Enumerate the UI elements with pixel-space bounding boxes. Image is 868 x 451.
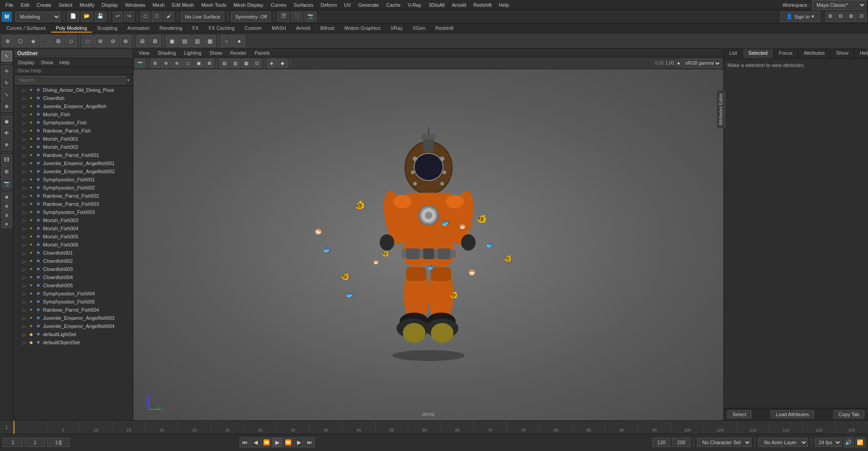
search-input[interactable]	[15, 76, 126, 84]
vp-icon-shading2[interactable]: ◆	[278, 59, 288, 68]
tab-redshift[interactable]: Redshift	[431, 24, 458, 33]
attributes-editor-label[interactable]: Attributes Editor	[717, 90, 725, 128]
next-frame-btn[interactable]: ▶	[294, 437, 304, 447]
tab-xgen[interactable]: XGen	[408, 24, 430, 33]
shelf-icon-6[interactable]: ◇	[65, 35, 77, 47]
menu-uv[interactable]: UV	[340, 1, 354, 9]
shelf-icon-18[interactable]: ○	[221, 35, 232, 47]
loop-btn[interactable]: 🔁	[855, 437, 865, 447]
total-end-input[interactable]	[672, 438, 690, 447]
tab-fx[interactable]: FX	[188, 24, 203, 33]
vp-icon-8[interactable]: ▦	[241, 59, 251, 68]
outliner-item[interactable]: ▷✦❋Morish_Fish003	[14, 216, 133, 224]
timeline-playhead[interactable]	[14, 421, 14, 434]
panel-icon-2[interactable]: ⊟	[836, 12, 845, 22]
save-btn[interactable]: 💾	[94, 12, 106, 22]
play-btn[interactable]: ▶	[272, 437, 282, 447]
go-to-end-btn[interactable]: ⏭	[305, 437, 315, 447]
freeze-tool[interactable]: ❄	[1, 139, 12, 150]
shelf-icon-4[interactable]: ⬛	[40, 35, 52, 47]
rotate-tool[interactable]: ↻	[1, 77, 12, 88]
shelf-icon-15[interactable]: ▤	[179, 35, 190, 47]
tab-animation[interactable]: Animation	[123, 24, 154, 33]
shelf-select-icon[interactable]: □	[82, 35, 94, 47]
shelf-icon-17[interactable]: ▦	[204, 35, 216, 47]
shelf-snap-icon[interactable]: ⊕	[2, 35, 14, 47]
vp-icon-camera[interactable]: 📷	[135, 59, 145, 68]
shelf-icon-3[interactable]: ◈	[27, 35, 39, 47]
vp-panels-menu[interactable]: Panels	[251, 50, 274, 56]
copy-tab-btn[interactable]: Copy Tab	[834, 410, 864, 418]
start-frame-input[interactable]	[25, 438, 45, 447]
outliner-item[interactable]: ▷✦❋Juvenile_Emperor_Angelfish002	[14, 167, 133, 176]
tab-list[interactable]: List	[724, 49, 743, 58]
vp-icon-pivot[interactable]: ⊗	[172, 59, 182, 68]
outliner-item[interactable]: ▷✦❋Clownfish005	[14, 281, 133, 290]
shelf-icon-16[interactable]: ▥	[191, 35, 203, 47]
anim-layer-select[interactable]: No Anim Layer	[758, 438, 808, 447]
outliner-item[interactable]: ▷✦❋Rainbow_Parrot_Fish002	[14, 192, 133, 200]
vp-icon-7[interactable]: ▥	[230, 59, 240, 68]
lt-icon-grid[interactable]: ⊞	[1, 166, 12, 177]
vp-shading-menu[interactable]: Shading	[154, 50, 179, 56]
outliner-item[interactable]: ▷✦❋Morish_Fish001	[14, 135, 133, 143]
universal-tool[interactable]: ⊕	[1, 101, 12, 112]
tab-custom[interactable]: Custom	[240, 24, 266, 33]
outliner-item[interactable]: ▷✦❋Rainbow_Parrot_Fish003	[14, 200, 133, 208]
tab-mash[interactable]: MASH	[267, 24, 291, 33]
vp-view-menu[interactable]: View	[135, 50, 153, 56]
shelf-icon-10[interactable]: ⊗	[120, 35, 132, 47]
menu-curves[interactable]: Curves	[267, 1, 290, 9]
menu-mesh-display[interactable]: Mesh Display	[230, 1, 267, 9]
vp-icon-9[interactable]: ⊡	[252, 59, 262, 68]
outliner-item[interactable]: ▷✦❋Juvenile_Emperor_Angelfish003	[14, 314, 133, 322]
tab-help[interactable]: Help	[854, 49, 868, 58]
outliner-item[interactable]: ▷✦❋Rainbow_Parrot_Fish001	[14, 151, 133, 159]
viewport-canvas[interactable]: 🐠 🐡 🐟 🐠 🐟 🐡 🐠 🐟 🐡 🐠 🐟 🐠 🐟 🐡 🐠	[133, 69, 723, 420]
menu-help[interactable]: Help	[495, 1, 513, 9]
tab-vray[interactable]: VRay	[386, 24, 407, 33]
outliner-item[interactable]: ▷✦❋Clownfish	[14, 94, 133, 102]
outliner-item[interactable]: ▷✦❋Clownfish003	[14, 265, 133, 273]
select-tool[interactable]: ↖	[1, 51, 12, 62]
vp-icon-shading1[interactable]: ◈	[267, 59, 277, 68]
paint-select-btn[interactable]: 🖌	[164, 12, 174, 22]
lt-icon-table3[interactable]: ▥	[1, 211, 12, 219]
color-profile-select[interactable]: sRGB gamma	[683, 59, 722, 67]
vp-show-menu[interactable]: Show	[206, 50, 226, 56]
outliner-item[interactable]: ▷✦❋Rainbow_Parrot_Fish	[14, 127, 133, 135]
tab-focus[interactable]: Focus	[774, 49, 798, 58]
no-live-surface-btn[interactable]: No Live Surface	[181, 12, 224, 22]
tab-sculpting[interactable]: Sculpting	[93, 24, 122, 33]
menu-select[interactable]: Select	[55, 1, 76, 9]
vp-icon-5[interactable]: ⊠	[204, 59, 214, 68]
show-hide-tool[interactable]: 👁	[1, 128, 12, 138]
lt-icon-table1[interactable]: ▦	[1, 193, 12, 201]
vp-icon-wireframe[interactable]: ◻	[183, 59, 193, 68]
outliner-item[interactable]: ▷◉❋defaultObjectSet	[14, 338, 133, 347]
menu-vray[interactable]: V-Ray	[404, 1, 425, 9]
tab-bifrost[interactable]: Bifrost	[316, 24, 339, 33]
tab-attributes[interactable]: Attributes	[798, 49, 830, 58]
outliner-item[interactable]: ▷◉❋defaultLightSet	[14, 330, 133, 338]
open-btn[interactable]: 📂	[81, 12, 93, 22]
outliner-item[interactable]: ▷✦❋Clownfish002	[14, 257, 133, 265]
menu-mesh[interactable]: Mesh	[149, 1, 168, 9]
timeline-ruler[interactable]: 5101520253035404550556065707580859095100…	[14, 421, 868, 434]
outliner-item[interactable]: ▷✦❋Symphysodon_Fish001	[14, 176, 133, 184]
shelf-icon-14[interactable]: ▣	[166, 35, 178, 47]
outliner-item[interactable]: ▷✦❋Juvenile_Emperor_Angelfish	[14, 102, 133, 110]
tab-poly-modeling[interactable]: Poly Modeling	[51, 24, 91, 33]
outliner-item[interactable]: ▷✦❋Symphysodon_Fish	[14, 119, 133, 127]
load-attributes-btn[interactable]: Load Attributes	[771, 410, 814, 418]
panel-icon-4[interactable]: ⊡	[857, 12, 866, 22]
lt-icon-camera[interactable]: 📷	[1, 178, 12, 189]
vp-render-menu[interactable]: Render	[226, 50, 250, 56]
select-btn[interactable]: Select	[727, 410, 751, 418]
tab-show[interactable]: Show	[830, 49, 854, 58]
lt-icon-render[interactable]: 🎞	[1, 154, 12, 165]
menu-mesh-tools[interactable]: Mesh Tools	[198, 1, 230, 9]
outliner-item[interactable]: ▷✦❋Symphysodon_Fish003	[14, 208, 133, 216]
outliner-display-menu[interactable]: Display	[15, 59, 37, 66]
menu-cache[interactable]: Cache	[382, 1, 404, 9]
